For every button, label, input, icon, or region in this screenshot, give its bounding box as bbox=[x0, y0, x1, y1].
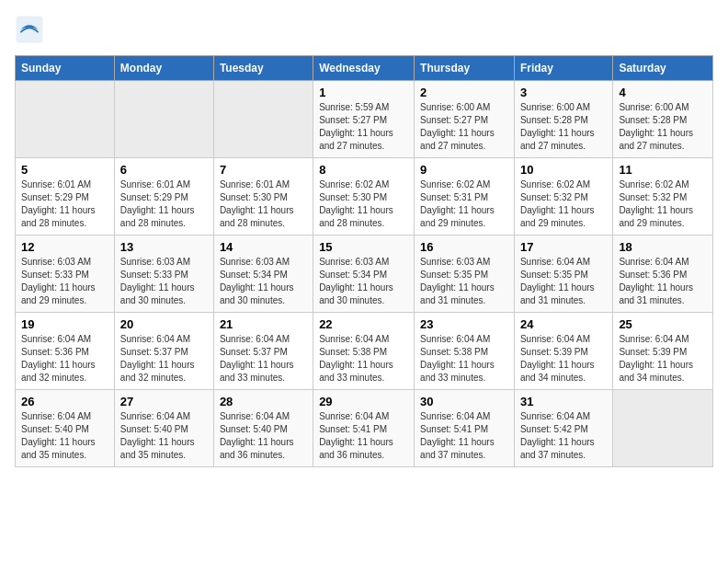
day-number: 5 bbox=[21, 163, 108, 177]
day-cell: 7Sunrise: 6:01 AM Sunset: 5:30 PM Daylig… bbox=[213, 158, 313, 236]
day-number: 28 bbox=[220, 395, 307, 408]
header-cell-wednesday: Wednesday bbox=[313, 56, 415, 81]
day-detail: Sunrise: 6:04 AM Sunset: 5:41 PM Dayligh… bbox=[319, 410, 408, 462]
day-cell: 26Sunrise: 6:04 AM Sunset: 5:40 PM Dayli… bbox=[16, 390, 115, 467]
day-detail: Sunrise: 5:59 AM Sunset: 5:27 PM Dayligh… bbox=[319, 101, 408, 153]
day-cell: 15Sunrise: 6:03 AM Sunset: 5:34 PM Dayli… bbox=[313, 236, 415, 313]
calendar-table: SundayMondayTuesdayWednesdayThursdayFrid… bbox=[15, 55, 713, 467]
week-row-1: 1Sunrise: 5:59 AM Sunset: 5:27 PM Daylig… bbox=[16, 81, 713, 158]
day-detail: Sunrise: 6:02 AM Sunset: 5:30 PM Dayligh… bbox=[319, 178, 408, 230]
day-cell: 23Sunrise: 6:04 AM Sunset: 5:38 PM Dayli… bbox=[415, 313, 515, 390]
day-cell: 4Sunrise: 6:00 AM Sunset: 5:28 PM Daylig… bbox=[613, 81, 713, 158]
week-row-4: 19Sunrise: 6:04 AM Sunset: 5:36 PM Dayli… bbox=[16, 313, 713, 390]
svg-rect-0 bbox=[17, 17, 43, 43]
day-number: 31 bbox=[520, 395, 607, 408]
logo bbox=[15, 15, 48, 44]
day-detail: Sunrise: 6:04 AM Sunset: 5:35 PM Dayligh… bbox=[520, 256, 607, 307]
day-cell: 25Sunrise: 6:04 AM Sunset: 5:39 PM Dayli… bbox=[613, 313, 713, 390]
day-cell: 14Sunrise: 6:03 AM Sunset: 5:34 PM Dayli… bbox=[213, 236, 313, 313]
day-detail: Sunrise: 6:04 AM Sunset: 5:36 PM Dayligh… bbox=[619, 256, 707, 307]
day-cell: 5Sunrise: 6:01 AM Sunset: 5:29 PM Daylig… bbox=[16, 158, 115, 236]
day-number: 7 bbox=[220, 163, 307, 177]
day-number: 1 bbox=[319, 86, 408, 99]
day-detail: Sunrise: 6:04 AM Sunset: 5:42 PM Dayligh… bbox=[520, 410, 607, 462]
day-cell: 13Sunrise: 6:03 AM Sunset: 5:33 PM Dayli… bbox=[114, 236, 213, 313]
day-cell bbox=[114, 81, 213, 158]
day-number: 11 bbox=[619, 163, 707, 177]
day-detail: Sunrise: 6:03 AM Sunset: 5:33 PM Dayligh… bbox=[21, 256, 108, 307]
day-number: 20 bbox=[120, 317, 208, 331]
day-cell: 22Sunrise: 6:04 AM Sunset: 5:38 PM Dayli… bbox=[313, 313, 415, 390]
day-number: 12 bbox=[21, 240, 108, 254]
day-detail: Sunrise: 6:03 AM Sunset: 5:34 PM Dayligh… bbox=[220, 256, 307, 307]
day-cell: 20Sunrise: 6:04 AM Sunset: 5:37 PM Dayli… bbox=[114, 313, 213, 390]
day-detail: Sunrise: 6:01 AM Sunset: 5:29 PM Dayligh… bbox=[120, 178, 208, 230]
day-number: 21 bbox=[220, 317, 307, 331]
header-cell-tuesday: Tuesday bbox=[213, 56, 313, 81]
logo-icon bbox=[15, 15, 44, 44]
day-cell bbox=[613, 390, 713, 467]
day-cell: 31Sunrise: 6:04 AM Sunset: 5:42 PM Dayli… bbox=[514, 390, 612, 467]
day-cell: 11Sunrise: 6:02 AM Sunset: 5:32 PM Dayli… bbox=[613, 158, 713, 236]
day-detail: Sunrise: 6:00 AM Sunset: 5:28 PM Dayligh… bbox=[520, 101, 607, 153]
day-number: 14 bbox=[220, 240, 307, 254]
day-cell: 27Sunrise: 6:04 AM Sunset: 5:40 PM Dayli… bbox=[114, 390, 213, 467]
day-detail: Sunrise: 6:04 AM Sunset: 5:37 PM Dayligh… bbox=[220, 333, 307, 385]
day-number: 18 bbox=[619, 240, 707, 254]
day-cell: 6Sunrise: 6:01 AM Sunset: 5:29 PM Daylig… bbox=[114, 158, 213, 236]
day-number: 2 bbox=[420, 86, 508, 99]
header-cell-thursday: Thursday bbox=[415, 56, 515, 81]
day-detail: Sunrise: 6:04 AM Sunset: 5:39 PM Dayligh… bbox=[520, 333, 607, 385]
day-cell: 10Sunrise: 6:02 AM Sunset: 5:32 PM Dayli… bbox=[514, 158, 612, 236]
calendar-body: 1Sunrise: 5:59 AM Sunset: 5:27 PM Daylig… bbox=[16, 81, 713, 467]
day-cell: 12Sunrise: 6:03 AM Sunset: 5:33 PM Dayli… bbox=[16, 236, 115, 313]
day-detail: Sunrise: 6:04 AM Sunset: 5:39 PM Dayligh… bbox=[619, 333, 707, 385]
header-cell-monday: Monday bbox=[114, 56, 213, 81]
day-cell bbox=[16, 81, 115, 158]
day-detail: Sunrise: 6:02 AM Sunset: 5:32 PM Dayligh… bbox=[520, 178, 607, 230]
day-detail: Sunrise: 6:01 AM Sunset: 5:29 PM Dayligh… bbox=[21, 178, 108, 230]
day-detail: Sunrise: 6:04 AM Sunset: 5:40 PM Dayligh… bbox=[120, 410, 208, 462]
day-cell: 29Sunrise: 6:04 AM Sunset: 5:41 PM Dayli… bbox=[313, 390, 415, 467]
day-detail: Sunrise: 6:04 AM Sunset: 5:37 PM Dayligh… bbox=[120, 333, 208, 385]
header-cell-sunday: Sunday bbox=[16, 56, 115, 81]
day-number: 30 bbox=[420, 395, 508, 408]
header-cell-friday: Friday bbox=[514, 56, 612, 81]
day-detail: Sunrise: 6:04 AM Sunset: 5:40 PM Dayligh… bbox=[21, 410, 108, 462]
header-row: SundayMondayTuesdayWednesdayThursdayFrid… bbox=[16, 56, 713, 81]
day-number: 4 bbox=[619, 86, 707, 99]
day-detail: Sunrise: 6:04 AM Sunset: 5:40 PM Dayligh… bbox=[220, 410, 307, 462]
day-number: 9 bbox=[420, 163, 508, 177]
day-cell bbox=[213, 81, 313, 158]
day-cell: 28Sunrise: 6:04 AM Sunset: 5:40 PM Dayli… bbox=[213, 390, 313, 467]
day-cell: 19Sunrise: 6:04 AM Sunset: 5:36 PM Dayli… bbox=[16, 313, 115, 390]
header-cell-saturday: Saturday bbox=[613, 56, 713, 81]
day-detail: Sunrise: 6:04 AM Sunset: 5:38 PM Dayligh… bbox=[420, 333, 508, 385]
day-cell: 8Sunrise: 6:02 AM Sunset: 5:30 PM Daylig… bbox=[313, 158, 415, 236]
day-detail: Sunrise: 6:02 AM Sunset: 5:32 PM Dayligh… bbox=[619, 178, 707, 230]
week-row-3: 12Sunrise: 6:03 AM Sunset: 5:33 PM Dayli… bbox=[16, 236, 713, 313]
day-number: 8 bbox=[319, 163, 408, 177]
day-number: 3 bbox=[520, 86, 607, 99]
day-number: 29 bbox=[319, 395, 408, 408]
day-cell: 24Sunrise: 6:04 AM Sunset: 5:39 PM Dayli… bbox=[514, 313, 612, 390]
day-cell: 18Sunrise: 6:04 AM Sunset: 5:36 PM Dayli… bbox=[613, 236, 713, 313]
day-detail: Sunrise: 6:04 AM Sunset: 5:38 PM Dayligh… bbox=[319, 333, 408, 385]
day-detail: Sunrise: 6:00 AM Sunset: 5:28 PM Dayligh… bbox=[619, 101, 707, 153]
day-number: 27 bbox=[120, 395, 208, 408]
day-cell: 30Sunrise: 6:04 AM Sunset: 5:41 PM Dayli… bbox=[415, 390, 515, 467]
calendar-header: SundayMondayTuesdayWednesdayThursdayFrid… bbox=[16, 56, 713, 81]
day-cell: 2Sunrise: 6:00 AM Sunset: 5:27 PM Daylig… bbox=[415, 81, 515, 158]
day-number: 10 bbox=[520, 163, 607, 177]
day-number: 6 bbox=[120, 163, 208, 177]
day-detail: Sunrise: 6:03 AM Sunset: 5:33 PM Dayligh… bbox=[120, 256, 208, 307]
day-cell: 17Sunrise: 6:04 AM Sunset: 5:35 PM Dayli… bbox=[514, 236, 612, 313]
day-number: 24 bbox=[520, 317, 607, 331]
week-row-5: 26Sunrise: 6:04 AM Sunset: 5:40 PM Dayli… bbox=[16, 390, 713, 467]
day-detail: Sunrise: 6:02 AM Sunset: 5:31 PM Dayligh… bbox=[420, 178, 508, 230]
day-cell: 21Sunrise: 6:04 AM Sunset: 5:37 PM Dayli… bbox=[213, 313, 313, 390]
day-number: 19 bbox=[21, 317, 108, 331]
day-number: 25 bbox=[619, 317, 707, 331]
day-number: 15 bbox=[319, 240, 408, 254]
day-detail: Sunrise: 6:01 AM Sunset: 5:30 PM Dayligh… bbox=[220, 178, 307, 230]
